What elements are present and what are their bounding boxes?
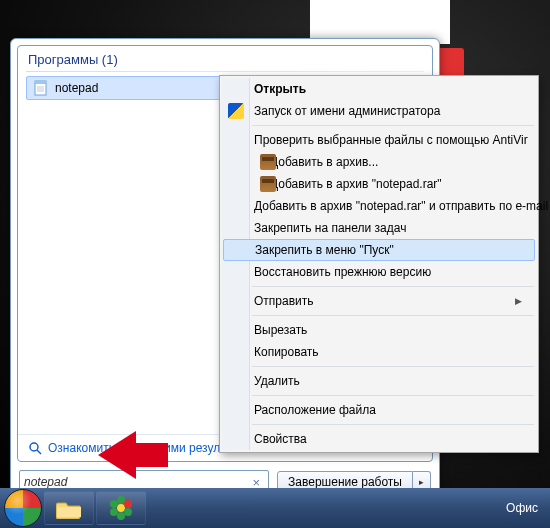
menu-item-add-to-archive[interactable]: Добавить в архив... xyxy=(222,151,536,173)
search-input[interactable] xyxy=(24,475,249,489)
svg-point-9 xyxy=(117,504,125,512)
menu-item-delete[interactable]: Удалить xyxy=(222,370,536,392)
svg-rect-8 xyxy=(57,507,81,517)
menu-separator xyxy=(252,366,534,367)
svg-point-12 xyxy=(124,508,132,516)
menu-item-properties[interactable]: Свойства xyxy=(222,428,536,450)
section-divider xyxy=(26,71,424,72)
menu-separator xyxy=(252,395,534,396)
menu-separator xyxy=(252,315,534,316)
svg-point-5 xyxy=(30,443,38,451)
menu-item-open-file-location[interactable]: Расположение файла xyxy=(222,399,536,421)
menu-separator xyxy=(252,125,534,126)
menu-item-pin-taskbar[interactable]: Закрепить на панели задач xyxy=(222,217,536,239)
folder-icon xyxy=(56,497,82,519)
menu-item-open[interactable]: Открыть xyxy=(222,78,536,100)
menu-item-cut[interactable]: Вырезать xyxy=(222,319,536,341)
notepad-icon xyxy=(33,80,49,96)
menu-item-restore-previous[interactable]: Восстановить прежнюю версию xyxy=(222,261,536,283)
menu-item-add-to-rar[interactable]: Добавить в архив "notepad.rar" xyxy=(222,173,536,195)
svg-point-14 xyxy=(110,508,118,516)
svg-line-6 xyxy=(37,450,41,454)
archive-icon xyxy=(260,154,276,170)
svg-point-10 xyxy=(117,496,125,504)
menu-separator xyxy=(252,286,534,287)
search-icon xyxy=(28,441,42,455)
menu-item-pin-start[interactable]: Закрепить в меню "Пуск" xyxy=(223,239,535,261)
taskbar: Офис xyxy=(0,488,550,528)
context-menu: Открыть Запуск от имени администратора П… xyxy=(219,75,539,453)
search-result-label: notepad xyxy=(55,81,98,95)
menu-item-run-as-admin[interactable]: Запуск от имени администратора xyxy=(222,100,536,122)
svg-point-13 xyxy=(117,512,125,520)
taskbar-button-explorer[interactable] xyxy=(44,491,94,525)
shield-icon xyxy=(228,103,244,119)
menu-item-archive-and-email[interactable]: Добавить в архив "notepad.rar" и отправи… xyxy=(222,195,536,217)
taskbar-button-icq[interactable] xyxy=(96,491,146,525)
menu-item-antivir-scan[interactable]: Проверить выбранные файлы с помощью Anti… xyxy=(222,129,536,151)
archive-icon xyxy=(260,176,276,192)
programs-section-header: Программы (1) xyxy=(18,46,432,71)
menu-item-copy[interactable]: Копировать xyxy=(222,341,536,363)
submenu-arrow-icon: ▶ xyxy=(515,296,522,306)
svg-point-15 xyxy=(110,500,118,508)
menu-separator xyxy=(252,424,534,425)
icq-flower-icon xyxy=(108,495,134,521)
svg-point-16 xyxy=(124,500,132,508)
menu-item-send-to[interactable]: Отправить▶ xyxy=(222,290,536,312)
svg-rect-1 xyxy=(35,81,46,84)
system-tray-label: Офис xyxy=(506,501,546,515)
start-button[interactable] xyxy=(4,489,42,527)
